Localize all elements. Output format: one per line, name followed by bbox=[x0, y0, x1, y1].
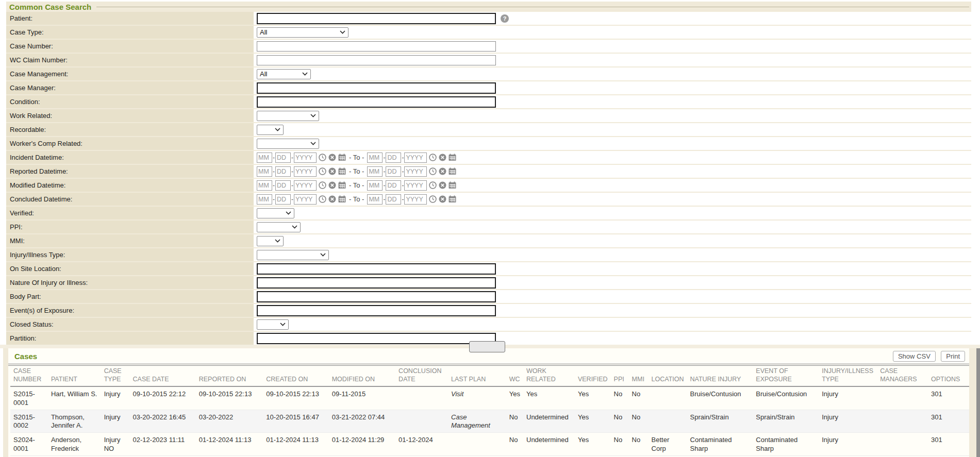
table-cell: Yes bbox=[575, 410, 611, 433]
injury-illness-type-select[interactable] bbox=[257, 250, 329, 260]
day-input[interactable] bbox=[275, 166, 291, 177]
day-input[interactable] bbox=[275, 180, 291, 191]
time-icon[interactable] bbox=[429, 195, 437, 203]
ppi-select[interactable] bbox=[257, 222, 301, 232]
day-input[interactable] bbox=[275, 153, 291, 163]
vertical-scrollbar[interactable] bbox=[976, 348, 980, 457]
case-number-field[interactable] bbox=[257, 41, 496, 52]
year-input[interactable] bbox=[294, 180, 317, 191]
time-icon[interactable] bbox=[429, 167, 437, 175]
clear-icon[interactable] bbox=[328, 154, 336, 161]
body-part-field[interactable] bbox=[257, 291, 496, 302]
verified-select[interactable] bbox=[257, 208, 294, 218]
column-header-mmi[interactable]: MMI bbox=[629, 366, 649, 386]
month-input[interactable] bbox=[257, 153, 272, 163]
column-header-wc[interactable]: WC bbox=[506, 366, 523, 386]
calendar-icon[interactable] bbox=[449, 195, 456, 203]
column-header-modified-on[interactable]: MODIFIED ON bbox=[329, 366, 395, 386]
table-cell: 301 bbox=[928, 410, 969, 433]
year-input[interactable] bbox=[404, 180, 427, 191]
clear-icon[interactable] bbox=[439, 154, 446, 161]
column-header-ppi[interactable]: PPI bbox=[611, 366, 629, 386]
column-header-work-related[interactable]: WORK RELATED bbox=[523, 366, 575, 386]
form-row-mmi: MMI: bbox=[6, 234, 971, 247]
nature-of-injury-field[interactable] bbox=[257, 277, 496, 289]
form-row-ppi: PPI: bbox=[6, 221, 971, 233]
time-icon[interactable] bbox=[429, 181, 437, 189]
clear-icon[interactable] bbox=[439, 195, 446, 203]
column-header-options[interactable]: OPTIONS bbox=[928, 366, 969, 386]
workers-comp-related-select[interactable] bbox=[257, 139, 319, 149]
time-icon[interactable] bbox=[319, 167, 326, 175]
calendar-icon[interactable] bbox=[338, 154, 346, 161]
patient-field[interactable] bbox=[257, 13, 496, 24]
calendar-icon[interactable] bbox=[449, 181, 456, 189]
time-icon[interactable] bbox=[319, 154, 326, 161]
month-input[interactable] bbox=[257, 194, 272, 205]
field-label: Verified: bbox=[6, 207, 254, 219]
case-manager-field[interactable] bbox=[257, 82, 496, 94]
table-cell: Contaminated Sharp bbox=[687, 433, 753, 456]
help-icon[interactable]: ? bbox=[501, 14, 509, 23]
case-type-select[interactable]: All bbox=[257, 27, 348, 38]
month-input[interactable] bbox=[367, 180, 383, 191]
search-button[interactable] bbox=[469, 341, 505, 352]
partition-field[interactable] bbox=[257, 333, 496, 344]
recordable-select[interactable] bbox=[257, 125, 284, 135]
column-header-nature-injury[interactable]: NATURE INJURY bbox=[687, 366, 753, 386]
column-header-created-on[interactable]: CREATED ON bbox=[263, 366, 328, 386]
day-input[interactable] bbox=[386, 180, 401, 191]
clear-icon[interactable] bbox=[439, 181, 446, 189]
print-button[interactable]: Print bbox=[941, 351, 965, 362]
events-of-exposure-field[interactable] bbox=[257, 305, 496, 316]
calendar-icon[interactable] bbox=[338, 195, 346, 203]
day-input[interactable] bbox=[386, 153, 401, 163]
year-input[interactable] bbox=[404, 166, 427, 177]
condition-field[interactable] bbox=[257, 96, 496, 108]
month-input[interactable] bbox=[257, 180, 272, 191]
day-input[interactable] bbox=[386, 166, 401, 177]
month-input[interactable] bbox=[367, 153, 383, 163]
column-header-case-date[interactable]: CASE DATE bbox=[130, 366, 196, 386]
time-icon[interactable] bbox=[319, 195, 326, 203]
mmi-select[interactable] bbox=[257, 236, 284, 246]
calendar-icon[interactable] bbox=[338, 181, 346, 189]
column-header-verified[interactable]: VERIFIED bbox=[575, 366, 611, 386]
calendar-icon[interactable] bbox=[449, 167, 456, 175]
day-input[interactable] bbox=[275, 194, 291, 205]
table-cell: Contaminated Sharp bbox=[753, 433, 819, 456]
year-input[interactable] bbox=[294, 166, 317, 177]
month-input[interactable] bbox=[367, 166, 383, 177]
column-header-last-plan[interactable]: LAST PLAN bbox=[448, 366, 506, 386]
clear-icon[interactable] bbox=[328, 167, 336, 175]
column-header-conclusion-date[interactable]: CONCLUSION DATE bbox=[395, 366, 448, 386]
clear-icon[interactable] bbox=[439, 167, 446, 175]
column-header-case-managers[interactable]: CASE MANAGERS bbox=[877, 366, 928, 386]
column-header-location[interactable]: LOCATION bbox=[649, 366, 687, 386]
column-header-patient[interactable]: PATIENT bbox=[48, 366, 101, 386]
day-input[interactable] bbox=[386, 194, 401, 205]
column-header-case-type[interactable]: CASE TYPE bbox=[101, 366, 130, 386]
column-header-reported-on[interactable]: REPORTED ON bbox=[196, 366, 263, 386]
clear-icon[interactable] bbox=[328, 181, 336, 189]
year-input[interactable] bbox=[404, 153, 427, 163]
year-input[interactable] bbox=[294, 194, 317, 205]
wc-claim-number-field[interactable] bbox=[257, 55, 496, 65]
clear-icon[interactable] bbox=[328, 195, 336, 203]
month-input[interactable] bbox=[257, 166, 272, 177]
case-management-select[interactable]: All bbox=[257, 69, 311, 79]
time-icon[interactable] bbox=[319, 181, 326, 189]
month-input[interactable] bbox=[367, 194, 383, 205]
calendar-icon[interactable] bbox=[449, 154, 456, 161]
time-icon[interactable] bbox=[429, 154, 437, 161]
column-header-event-of-exposure[interactable]: EVENT OF EXPOSURE bbox=[753, 366, 819, 386]
work-related-select[interactable] bbox=[257, 111, 319, 121]
year-input[interactable] bbox=[404, 194, 427, 205]
column-header-case-number[interactable]: CASE NUMBER bbox=[10, 366, 48, 386]
year-input[interactable] bbox=[294, 153, 317, 163]
closed-status-select[interactable] bbox=[257, 319, 289, 330]
show-csv-button[interactable]: Show CSV bbox=[893, 351, 936, 362]
on-site-location-field[interactable] bbox=[257, 263, 496, 275]
calendar-icon[interactable] bbox=[338, 167, 346, 175]
column-header-injury-illness-type[interactable]: INJURY/ILLNESS TYPE bbox=[819, 366, 877, 386]
